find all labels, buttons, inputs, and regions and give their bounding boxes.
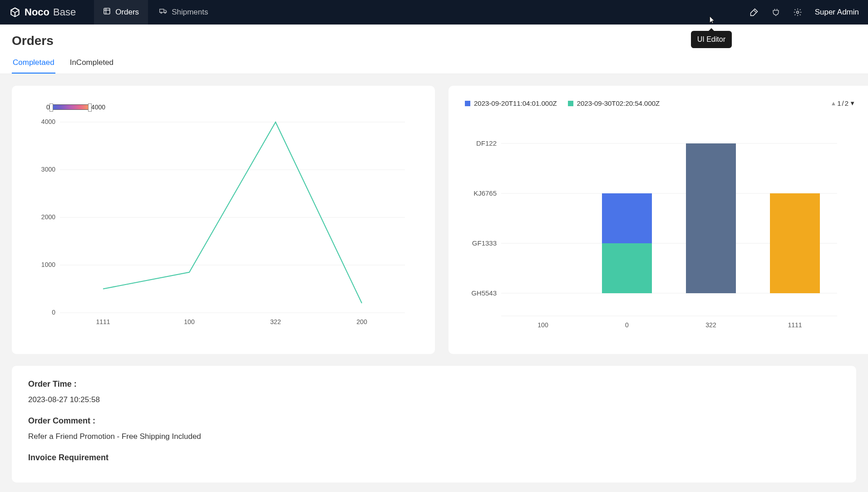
slider-handle-right[interactable] (88, 103, 92, 112)
bar-chart: DF122 KJ6765 GF1333 GH5543 100 0 322 111… (465, 112, 855, 339)
legend-label-1: 2023-09-20T11:04:01.000Z (474, 99, 557, 107)
brand-name-main: Noco (25, 6, 49, 18)
svg-text:2000: 2000 (41, 213, 55, 221)
bar-chart-legend: 2023-09-20T11:04:01.000Z 2023-09-30T02:2… (465, 99, 855, 107)
page-title: Orders (0, 25, 868, 53)
truck-icon (159, 7, 167, 17)
brand-logo[interactable]: NocoBase (9, 6, 76, 18)
svg-text:DF122: DF122 (476, 139, 497, 147)
bar-0-blue (602, 193, 652, 243)
page-tabs: Completaed InCompleted (0, 53, 868, 74)
order-comment-value: Refer a Friend Promotion - Free Shipping… (28, 432, 840, 441)
svg-text:0: 0 (52, 309, 55, 316)
nav-orders[interactable]: Orders (94, 0, 148, 25)
plugin-icon[interactable] (771, 8, 780, 17)
svg-text:0: 0 (625, 321, 629, 329)
slider-handle-left[interactable] (49, 103, 53, 112)
nav-shipments[interactable]: Shipments (150, 0, 217, 25)
svg-text:1111: 1111 (96, 318, 110, 325)
legend-item-2[interactable]: 2023-09-30T02:20:54.000Z (568, 99, 660, 107)
range-slider[interactable]: 0 4000 (46, 104, 105, 110)
svg-text:200: 200 (356, 318, 367, 325)
page-header: Orders Completaed InCompleted (0, 25, 868, 74)
order-comment-label: Order Comment : (28, 416, 840, 426)
header-actions: Super Admin (750, 8, 859, 17)
svg-text:KJ6765: KJ6765 (473, 189, 497, 197)
bar-0-green (602, 243, 652, 293)
order-time-value: 2023-08-27 10:25:58 (28, 395, 840, 404)
brand-name-sub: Base (53, 6, 76, 18)
svg-text:3000: 3000 (41, 166, 55, 173)
invoice-req-label: Invoice Requirement (28, 453, 840, 462)
tab-incompleted[interactable]: InCompleted (69, 53, 114, 74)
nav-orders-label: Orders (115, 8, 139, 17)
cube-icon (9, 6, 21, 18)
pager-current: 1 (837, 99, 841, 107)
nav-shipments-label: Shipments (172, 8, 208, 17)
order-details-card: Order Time : 2023-08-27 10:25:58 Order C… (12, 366, 856, 482)
table-icon (103, 7, 111, 17)
line-chart: 4000 3000 2000 1000 0 1111 100 322 200 (28, 99, 419, 340)
svg-text:GH5543: GH5543 (471, 289, 497, 297)
user-menu[interactable]: Super Admin (815, 8, 859, 17)
primary-nav: Orders Shipments (94, 0, 217, 25)
svg-text:100: 100 (184, 318, 195, 325)
pager-next[interactable]: ▼ (849, 100, 855, 107)
svg-text:GF1333: GF1333 (472, 239, 497, 247)
svg-point-1 (796, 11, 799, 14)
legend-swatch-blue (465, 101, 470, 106)
line-series (103, 122, 362, 303)
pager-total: 2 (845, 99, 848, 107)
line-chart-card: 0 4000 4000 (12, 86, 435, 354)
slider-max: 4000 (91, 103, 105, 111)
app-header: NocoBase Orders Shipments Super Admin UI… (0, 0, 868, 25)
svg-text:4000: 4000 (41, 118, 55, 125)
svg-text:1000: 1000 (41, 261, 55, 268)
tab-completed[interactable]: Completaed (12, 53, 55, 74)
bar-322 (686, 143, 736, 293)
svg-text:322: 322 (270, 318, 281, 325)
legend-swatch-green (568, 101, 573, 106)
tooltip-ui-editor: UI Editor (691, 31, 732, 48)
slider-bar[interactable] (51, 104, 90, 110)
legend-label-2: 2023-09-30T02:20:54.000Z (577, 99, 660, 107)
bar-1111 (770, 193, 820, 293)
svg-text:1111: 1111 (788, 321, 802, 329)
svg-text:322: 322 (705, 321, 716, 329)
legend-item-1[interactable]: 2023-09-20T11:04:01.000Z (465, 99, 557, 107)
bar-chart-card: 2023-09-20T11:04:01.000Z 2023-09-30T02:2… (449, 86, 868, 354)
ui-editor-icon[interactable] (750, 8, 759, 17)
pager-prev[interactable]: ▲ (830, 100, 836, 107)
chart-pager: ▲ 1/2 ▼ (830, 99, 855, 107)
svg-rect-0 (104, 8, 110, 14)
settings-icon[interactable] (793, 8, 802, 17)
page-content: 0 4000 4000 (0, 74, 868, 492)
svg-text:100: 100 (538, 321, 548, 329)
charts-row: 0 4000 4000 (12, 86, 856, 354)
order-time-label: Order Time : (28, 379, 840, 389)
